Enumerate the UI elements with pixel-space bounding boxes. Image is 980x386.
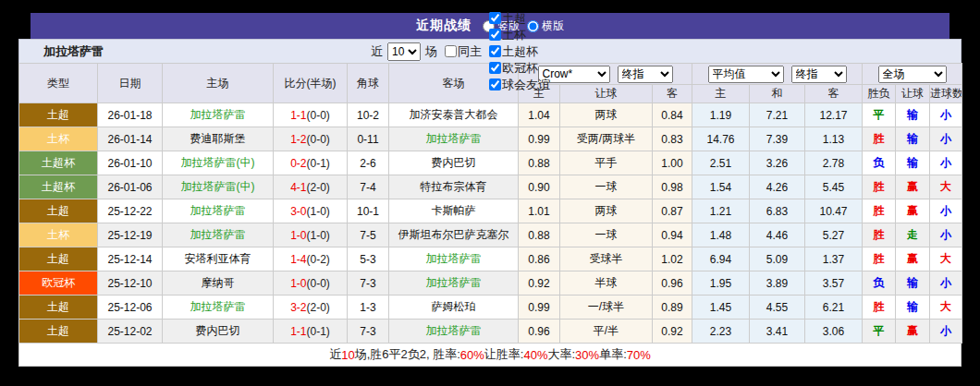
half-score: (1-0) [307, 229, 330, 242]
winlose-result-cell: 平 [863, 320, 896, 344]
score-cell: 1-1(0-0) [274, 103, 348, 127]
europe-final-odds-select[interactable]: 终指 [791, 66, 847, 83]
league-filter-土杯[interactable]: 土杯 [484, 27, 550, 43]
avg-home-odds-cell: 2.51 [692, 151, 750, 175]
crow-home-odds-cell: 0.99 [519, 296, 560, 320]
match-count-select[interactable]: 10 [387, 42, 421, 61]
avg-draw-odds-cell: 5.09 [750, 247, 805, 271]
away-team-cell: 加济安泰普大都会 [389, 103, 519, 127]
col-header-date: 日期 [98, 64, 163, 103]
summary-stat-value: 60% [460, 348, 484, 362]
league-filter-球会友谊[interactable]: 球会友谊 [484, 77, 550, 93]
half-score: (0-1) [307, 157, 330, 170]
home-team-cell: 加拉塔萨雷(中) [163, 175, 274, 199]
handicap-final-odds-select[interactable]: 终指 [618, 66, 673, 83]
recent-results-panel: 近期战绩 竖版 横版 加拉塔萨雷 近 10 场 同主 [18, 13, 962, 367]
crow-away-odds-cell: 0.96 [653, 271, 692, 296]
summary-stat-value: 40% [523, 348, 547, 362]
avg-away-odds-cell: 10.47 [805, 199, 863, 223]
league-checkbox[interactable] [489, 62, 501, 74]
date-cell: 25-12-06 [98, 296, 163, 320]
league-filter-欧冠杯[interactable]: 欧冠杯 [484, 60, 550, 77]
match-row: 土杯26-01-14费迪耶斯堡1-2(0-0)0-11加拉塔萨雷0.99受两/两… [19, 127, 962, 151]
match-row: 土超26-01-18加拉塔萨雷1-1(0-0)10-2加济安泰普大都会1.04两… [19, 103, 962, 127]
crow-away-odds-cell: 0.87 [653, 199, 692, 223]
europe-odds-group-header: 平均值 终指 [692, 64, 863, 85]
league-type-cell: 土杯 [19, 223, 98, 247]
avg-home-odds-cell: 14.76 [692, 127, 750, 151]
crow-home-odds-cell: 1.01 [519, 199, 560, 223]
crow-away-odds-cell: 1.02 [653, 247, 692, 271]
handicap-result-cell: 赢 [896, 199, 930, 223]
league-filter-土超[interactable]: 土超 [484, 10, 550, 27]
full-score: 1-2 [290, 133, 306, 146]
half-score: (0-1) [307, 325, 330, 338]
crow-handicap-cell: 平手 [560, 151, 653, 175]
goals-result-cell: 小 [930, 151, 962, 175]
scope-select[interactable]: 全场 [878, 66, 947, 83]
crow-home-odds-cell: 0.88 [519, 223, 560, 247]
summary-stat-label: 大率: [547, 346, 575, 363]
league-checkbox[interactable] [489, 45, 501, 57]
winlose-result-cell: 负 [863, 271, 896, 296]
league-type-cell: 土超 [19, 296, 98, 320]
results-table: 类型 日期 主场 比分(半场) 角球 客场 Crow* 终指 [18, 63, 962, 344]
avg-draw-odds-cell: 7.39 [750, 127, 805, 151]
half-score: (0-0) [307, 109, 330, 122]
full-score: 1-1 [290, 109, 306, 122]
average-odds-select[interactable]: 平均值 [708, 66, 784, 83]
winlose-result-cell: 胜 [863, 199, 896, 223]
home-team-cell: 加拉塔萨雷 [163, 199, 274, 223]
summary-stat-label: 近 [329, 346, 341, 363]
games-label: 场 [425, 43, 437, 60]
avg-away-odds-cell: 12.17 [805, 103, 863, 127]
half-score: (0-2) [307, 253, 330, 266]
corner-cell: 2-6 [348, 151, 389, 175]
goals-result-cell: 小 [930, 127, 962, 151]
match-row: 土超25-12-02费内巴切1-1(0-1)7-3加拉塔萨雷0.96平/半0.9… [19, 320, 962, 344]
summary-stat-value: 70% [627, 348, 651, 362]
summary-stat-label: 场,胜6平2负2, 胜率: [355, 346, 460, 363]
half-score: (0-0) [307, 133, 330, 146]
match-row: 土超25-12-06加拉塔萨雷3-2(2-0)1-3萨姆松珀0.99一/球半0.… [19, 296, 962, 320]
home-team-cell: 加拉塔萨雷 [163, 223, 274, 247]
half-score: (0-0) [307, 277, 330, 290]
league-checkbox[interactable] [489, 78, 501, 90]
winlose-result-cell: 负 [863, 151, 896, 175]
league-checkbox[interactable] [489, 29, 501, 41]
crow-handicap-cell: 半球 [560, 271, 653, 296]
goals-result-cell: 小 [930, 271, 962, 296]
same-home-checkbox[interactable] [445, 45, 457, 57]
date-cell: 25-12-19 [98, 223, 163, 247]
home-team-cell: 加拉塔萨雷 [163, 296, 274, 320]
crow-handicap-cell: 受两/两球半 [560, 127, 653, 151]
away-team-cell: 特拉布宗体育 [389, 175, 519, 199]
date-cell: 26-01-18 [98, 103, 163, 127]
same-home-label: 同主 [458, 43, 482, 60]
league-label: 欧冠杯 [502, 60, 538, 77]
handicap-result-cell: 输 [896, 296, 930, 320]
date-cell: 25-12-14 [98, 247, 163, 271]
handicap-result-cell: 输 [896, 127, 930, 151]
handicap-result-cell: 走 [896, 223, 930, 247]
home-team-cell: 费迪耶斯堡 [163, 127, 274, 151]
league-checkbox[interactable] [489, 12, 501, 24]
crow-handicap-cell: 两球 [560, 103, 653, 127]
match-row: 土超杯26-01-06加拉塔萨雷(中)4-1(2-0)7-4特拉布宗体育0.90… [19, 175, 962, 199]
same-home-filter[interactable]: 同主 [439, 43, 482, 60]
crow-home-odds-cell: 0.90 [519, 175, 560, 199]
avg-home-odds-cell: 1.19 [692, 103, 750, 127]
page: 近期战绩 竖版 横版 加拉塔萨雷 近 10 场 同主 [0, 0, 980, 386]
corner-cell: 5-3 [348, 247, 389, 271]
col-header-score: 比分(半场) [274, 64, 348, 103]
corner-cell: 7-5 [348, 223, 389, 247]
league-filter-土超杯[interactable]: 土超杯 [484, 43, 550, 60]
league-type-cell: 土杯 [19, 127, 98, 151]
filter-bar: 加拉塔萨雷 近 10 场 同主 土超土杯土超杯欧冠杯球会友谊 [18, 39, 962, 63]
away-team-cell: 加拉塔萨雷 [389, 247, 519, 271]
avg-draw-odds-cell: 6.83 [750, 199, 805, 223]
match-row: 土超25-12-14安塔利亚体育1-4(0-2)5-3加拉塔萨雷0.86受球半1… [19, 247, 962, 271]
crow-handicap-cell: 受球半 [560, 247, 653, 271]
col-header-avg-home: 主 [692, 85, 750, 103]
crow-away-odds-cell: 0.84 [653, 103, 692, 127]
